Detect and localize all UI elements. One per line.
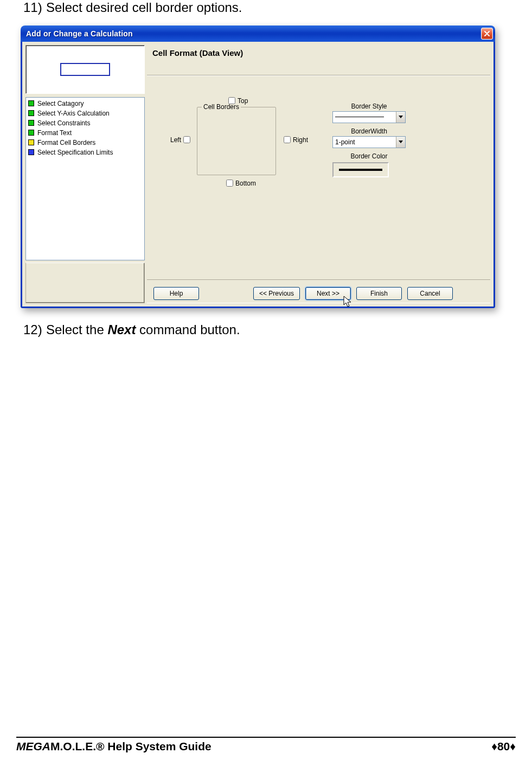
next-button[interactable]: Next >> — [305, 287, 351, 300]
wizard-step-item[interactable]: Select Catagory — [26, 99, 144, 108]
step-12-bold: Next — [107, 322, 136, 337]
step-12-post: command button. — [136, 322, 240, 337]
finish-button-label: Finish — [370, 290, 388, 297]
cell-borders-group: Cell Borders — [197, 107, 276, 175]
step-11-text: Select desired cell border options. — [46, 0, 242, 15]
instruction-step-11: 11)Select desired cell border options. — [23, 0, 513, 16]
border-width-value: 1-point — [335, 138, 355, 146]
help-button[interactable]: Help — [153, 287, 199, 300]
wizard-step-item[interactable]: Select Specification Limits — [26, 148, 144, 157]
wizard-step-list[interactable]: Select CatagorySelect Y-Axis Calculation… — [25, 97, 145, 260]
wizard-step-item[interactable]: Format Cell Borders — [26, 138, 144, 148]
border-color-swatch[interactable] — [332, 162, 389, 177]
border-style-label: Border Style — [332, 103, 406, 110]
status-square-icon — [28, 120, 34, 126]
step-12-pre: Select the — [46, 322, 107, 337]
border-left-label: Left — [170, 136, 181, 144]
close-icon — [484, 31, 490, 36]
content-area: Cell Borders Top Left Right — [147, 75, 490, 279]
wizard-step-label: Format Text — [37, 129, 72, 137]
footer-prefix: MEGA — [16, 740, 50, 752]
section-title: Cell Format (Data View) — [147, 45, 490, 75]
preview-swatch — [60, 63, 110, 76]
wizard-step-label: Select Y-Axis Calculation — [37, 109, 110, 118]
border-bottom-label: Bottom — [235, 180, 256, 187]
border-top-option[interactable]: Top — [228, 97, 248, 105]
finish-button[interactable]: Finish — [356, 287, 402, 300]
chevron-down-icon — [396, 112, 405, 123]
footer-rest: M.O.L.E.® Help System Guide — [50, 740, 211, 752]
border-color-bar — [339, 169, 382, 171]
page-footer: MEGAM.O.L.E.® Help System Guide ♦80♦ — [16, 737, 516, 753]
status-square-icon — [28, 139, 34, 145]
previous-button[interactable]: << Previous — [253, 287, 300, 300]
cancel-button[interactable]: Cancel — [407, 287, 453, 300]
next-button-label: Next >> — [317, 290, 339, 297]
wizard-step-label: Select Specification Limits — [37, 148, 113, 157]
border-top-label: Top — [238, 97, 248, 105]
status-square-icon — [28, 100, 34, 106]
border-top-checkbox[interactable] — [228, 97, 235, 104]
wizard-step-item[interactable]: Format Text — [26, 128, 144, 138]
border-color-label: Border Color — [332, 152, 406, 160]
previous-button-label: << Previous — [259, 290, 294, 297]
border-left-option[interactable]: Left — [170, 136, 190, 144]
border-bottom-option[interactable]: Bottom — [226, 180, 256, 187]
dialog-window: Add or Change a Calculation Select Catag… — [21, 25, 495, 308]
border-width-label: BorderWidth — [332, 127, 406, 135]
border-right-option[interactable]: Right — [284, 136, 308, 144]
instruction-step-12: 12)Select the Next command button. — [23, 322, 513, 338]
border-style-dropdown[interactable] — [332, 111, 406, 123]
step-11-number: 11) — [23, 0, 46, 16]
status-square-icon — [28, 149, 34, 155]
border-style-sample — [335, 117, 384, 117]
chevron-down-icon — [396, 137, 405, 148]
cancel-button-label: Cancel — [420, 290, 440, 297]
wizard-description-panel — [25, 263, 145, 303]
step-12-number: 12) — [23, 322, 46, 338]
border-left-checkbox[interactable] — [183, 136, 190, 143]
border-bottom-checkbox[interactable] — [226, 180, 233, 187]
status-square-icon — [28, 110, 34, 116]
wizard-step-item[interactable]: Select Constraints — [26, 118, 144, 128]
footer-page-number: ♦80♦ — [491, 740, 516, 753]
preview-pane — [25, 45, 145, 94]
border-width-dropdown[interactable]: 1-point — [332, 136, 406, 148]
wizard-step-label: Select Constraints — [37, 119, 90, 127]
border-right-label: Right — [293, 136, 308, 144]
dialog-titlebar: Add or Change a Calculation — [21, 25, 495, 42]
wizard-step-item[interactable]: Select Y-Axis Calculation — [26, 108, 144, 118]
wizard-step-label: Select Catagory — [37, 99, 84, 108]
dialog-title: Add or Change a Calculation — [26, 29, 481, 38]
wizard-step-label: Format Cell Borders — [37, 138, 95, 147]
footer-guide-title: MEGAM.O.L.E.® Help System Guide — [16, 740, 211, 753]
close-button[interactable] — [481, 28, 493, 40]
border-right-checkbox[interactable] — [284, 136, 291, 143]
help-button-label: Help — [170, 290, 183, 297]
status-square-icon — [28, 130, 34, 136]
